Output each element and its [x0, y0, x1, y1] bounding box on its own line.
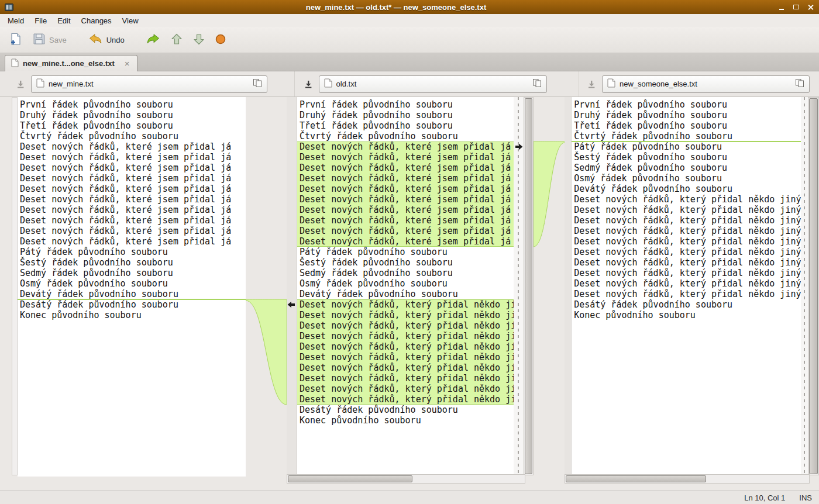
push-right-arrow-icon[interactable] — [515, 143, 523, 150]
code-line[interactable]: Šestý řádek původního souboru — [572, 152, 801, 163]
tab-close-icon[interactable]: × — [123, 58, 131, 68]
code-line[interactable]: Deset nových řádků, který přidal někdo j… — [297, 373, 514, 384]
file-selector-button-middle[interactable]: old.txt — [319, 75, 547, 93]
push-left-arrow-icon[interactable] — [287, 301, 295, 308]
file-selector-button-left[interactable]: new_mine.txt — [31, 75, 267, 93]
code-line[interactable]: Šestý řádek původního souboru — [18, 257, 246, 268]
code-line[interactable]: Pátý řádek původního souboru — [572, 141, 801, 152]
code-line[interactable]: Třetí řádek původního souboru — [297, 120, 514, 131]
code-line[interactable]: Deset nových řádků, které jsem přidal já — [18, 163, 246, 173]
code-line[interactable]: Deset nových řádků, které jsem přidal já — [18, 205, 246, 215]
code-line[interactable]: Deset nových řádků, který přidal někdo j… — [297, 320, 514, 331]
code-line[interactable]: Deset nových řádků, který přidal někdo j… — [572, 289, 801, 299]
code-line[interactable]: Deset nových řádků, které jsem přidal já — [18, 152, 246, 163]
menu-file[interactable]: File — [29, 15, 52, 26]
code-line[interactable]: Desátý řádek původního souboru — [572, 299, 801, 310]
code-line[interactable]: Osmý řádek původního souboru — [297, 278, 514, 289]
code-line[interactable]: Pátý řádek původního souboru — [18, 247, 246, 257]
maximize-icon[interactable] — [793, 4, 800, 11]
code-line[interactable]: Deset nových řádků, které jsem přidal já — [297, 163, 514, 173]
code-line[interactable]: Desátý řádek původního souboru — [18, 299, 246, 310]
code-line[interactable]: Deset nových řádků, které jsem přidal já — [18, 215, 246, 226]
code-line[interactable]: Konec původního souboru — [572, 310, 801, 320]
code-line[interactable]: Deset nových řádků, který přidal někdo j… — [297, 331, 514, 341]
code-line[interactable]: Osmý řádek původního souboru — [572, 173, 801, 184]
code-line[interactable]: Deset nových řádků, které jsem přidal já — [297, 152, 514, 163]
code-line[interactable]: Sedmý řádek původního souboru — [572, 163, 801, 173]
new-comparison-button[interactable] — [5, 29, 27, 51]
code-line[interactable]: Devátý řádek původního souboru — [297, 289, 514, 299]
code-line[interactable]: Třetí řádek původního souboru — [572, 120, 801, 131]
code-line[interactable]: Desátý řádek původního souboru — [297, 405, 514, 415]
file-selector-button-right[interactable]: new_someone_else.txt — [602, 75, 810, 93]
code-line[interactable]: Deset nových řádků, který přidal někdo j… — [297, 394, 514, 405]
vertical-scrollbar[interactable] — [808, 97, 819, 475]
code-line[interactable]: Pátý řádek původního souboru — [297, 247, 514, 257]
vertical-scrollbar[interactable] — [524, 97, 534, 475]
code-line[interactable]: Deset nových řádků, které jsem přidal já — [18, 173, 246, 184]
horizontal-scrollbar[interactable] — [287, 474, 525, 484]
code-line[interactable]: První řádek původního souboru — [18, 99, 246, 110]
diff-pane-new-mine[interactable]: První řádek původního souboruDruhý řádek… — [18, 97, 246, 477]
code-line[interactable]: Šestý řádek původního souboru — [297, 257, 514, 268]
code-line[interactable]: Deset nových řádků, které jsem přidal já — [297, 236, 514, 247]
code-line[interactable]: Sedmý řádek původního souboru — [297, 268, 514, 278]
code-line[interactable]: Konec původního souboru — [297, 415, 514, 426]
code-line[interactable]: Deset nových řádků, které jsem přidal já — [297, 173, 514, 184]
code-line[interactable]: Deset nových řádků, který přidal někdo j… — [572, 194, 801, 205]
code-line[interactable]: Deset nových řádků, který přidal někdo j… — [572, 215, 801, 226]
code-line[interactable]: Deset nových řádků, který přidal někdo j… — [572, 247, 801, 257]
save-button[interactable]: Save — [28, 29, 71, 50]
code-line[interactable]: Deset nových řádků, které jsem přidal já — [297, 226, 514, 236]
code-line[interactable]: Devátý řádek původního souboru — [572, 184, 801, 194]
code-line[interactable]: Deset nových řádků, které jsem přidal já — [297, 215, 514, 226]
code-line[interactable]: Deset nových řádků, které jsem přidal já — [18, 141, 246, 152]
code-line[interactable]: Deset nových řádků, který přidal někdo j… — [572, 278, 801, 289]
code-line[interactable]: Deset nových řádků, který přidal někdo j… — [572, 236, 801, 247]
next-change-button[interactable] — [188, 30, 209, 50]
code-line[interactable]: Deset nových řádků, který přidal někdo j… — [297, 363, 514, 373]
pane-save-button-left[interactable] — [14, 78, 27, 91]
horizontal-scrollbar[interactable] — [565, 474, 810, 484]
merge-all-button[interactable] — [142, 30, 165, 50]
minimize-icon[interactable] — [779, 4, 786, 11]
undo-button[interactable]: Undo — [84, 30, 129, 50]
scrollbar-handle[interactable] — [809, 98, 818, 474]
code-line[interactable]: Třetí řádek původního souboru — [18, 120, 246, 131]
code-line[interactable]: Čtvrtý řádek původního souboru — [572, 131, 801, 141]
code-line[interactable]: Deset nových řádků, které jsem přidal já — [297, 184, 514, 194]
code-line[interactable]: Deset nových řádků, který přidal někdo j… — [297, 310, 514, 320]
code-line[interactable]: Druhý řádek původního souboru — [297, 110, 514, 120]
code-line[interactable]: Deset nových řádků, který přidal někdo j… — [572, 226, 801, 236]
code-line[interactable]: Deset nových řádků, které jsem přidal já — [18, 194, 246, 205]
menu-edit[interactable]: Edit — [52, 15, 75, 26]
code-line[interactable]: Druhý řádek původního souboru — [572, 110, 801, 120]
code-line[interactable]: Deset nových řádků, které jsem přidal já — [297, 205, 514, 215]
scrollbar-handle[interactable] — [288, 475, 412, 482]
code-line[interactable]: Konec původního souboru — [18, 310, 246, 320]
comparison-tab[interactable]: new_mine.t...one_else.txt × — [5, 55, 137, 71]
code-line[interactable]: Deset nových řádků, který přidal někdo j… — [572, 257, 801, 268]
code-line[interactable]: Sedmý řádek původního souboru — [18, 268, 246, 278]
code-line[interactable]: Deset nových řádků, které jsem přidal já — [18, 226, 246, 236]
code-line[interactable]: Deset nových řádků, který přidal někdo j… — [297, 352, 514, 363]
diff-pane-old[interactable]: První řádek původního souboruDruhý řádek… — [297, 97, 514, 477]
code-line[interactable]: Deset nových řádků, který přidal někdo j… — [297, 384, 514, 394]
code-line[interactable]: Čtvrtý řádek původního souboru — [297, 131, 514, 141]
code-line[interactable]: Druhý řádek původního souboru — [18, 110, 246, 120]
code-line[interactable]: Deset nových řádků, které jsem přidal já — [297, 194, 514, 205]
code-line[interactable]: Deset nových řádků, který přidal někdo j… — [297, 299, 514, 310]
code-line[interactable]: Deset nových řádků, který přidal někdo j… — [572, 268, 801, 278]
previous-change-button[interactable] — [166, 30, 187, 50]
menu-view[interactable]: View — [117, 15, 144, 26]
close-icon[interactable] — [807, 4, 814, 11]
left-pane-vertical-scrollbar[interactable] — [12, 97, 18, 475]
code-line[interactable]: Čtvrtý řádek původního souboru — [18, 131, 246, 141]
titlebar[interactable]: new_mine.txt — old.txt* — new_someone_el… — [0, 0, 819, 14]
code-line[interactable]: Deset nových řádků, který přidal někdo j… — [297, 341, 514, 352]
code-line[interactable]: Deset nových řádků, které jsem přidal já — [297, 141, 514, 152]
code-line[interactable]: Devátý řádek původního souboru — [18, 289, 246, 299]
menu-meld[interactable]: Meld — [2, 15, 29, 26]
code-line[interactable]: První řádek původního souboru — [572, 99, 801, 110]
code-line[interactable]: Deset nových řádků, který přidal někdo j… — [572, 205, 801, 215]
